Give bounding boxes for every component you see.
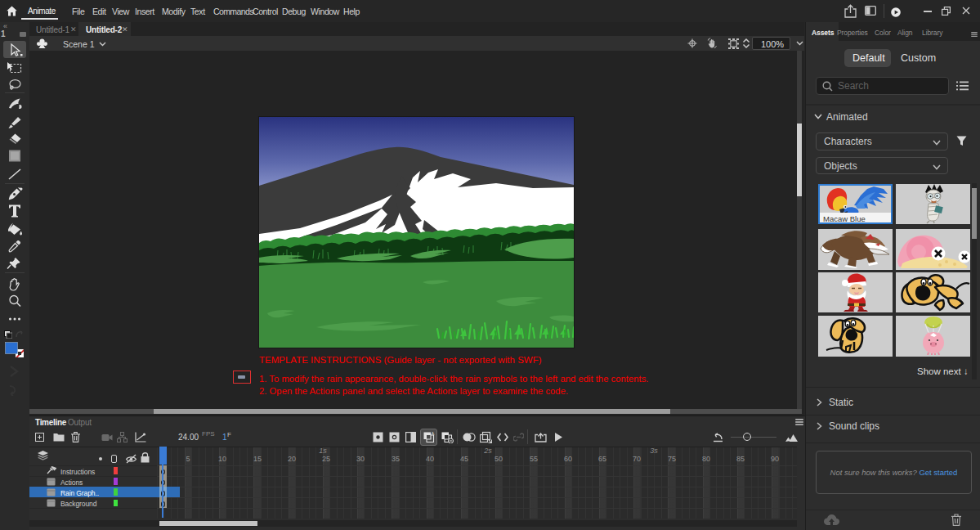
svg-text:A: A	[432, 432, 435, 436]
